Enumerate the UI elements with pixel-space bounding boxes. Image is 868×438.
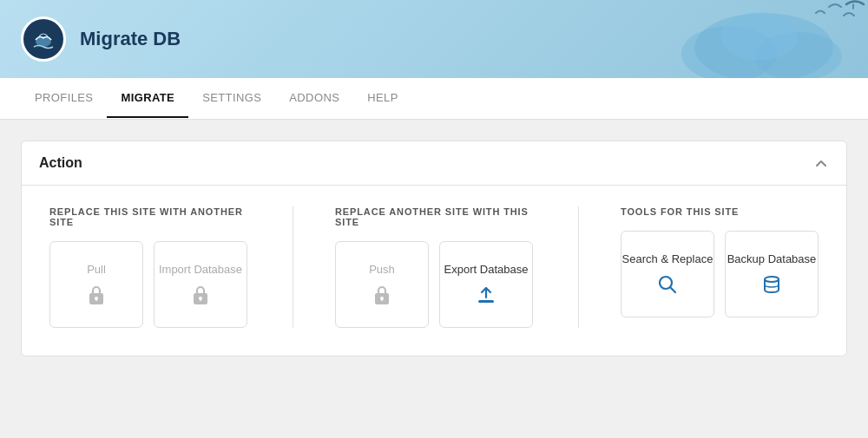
- app-title: Migrate DB: [80, 28, 181, 50]
- card-search-replace-label: Search & Replace: [622, 252, 713, 267]
- database-icon: [760, 273, 783, 296]
- lock-icon-push: [372, 284, 391, 306]
- card-import-database[interactable]: Import Database: [154, 241, 247, 328]
- card-import-label: Import Database: [159, 263, 242, 278]
- search-icon: [656, 273, 679, 296]
- app-header: Migrate DB: [0, 0, 868, 78]
- action-panel-title: Action: [39, 155, 82, 171]
- nav-item-addons[interactable]: ADDONS: [275, 79, 353, 118]
- group-title-replace-with-another: REPLACE THIS SITE WITH ANOTHER SITE: [49, 206, 251, 227]
- card-export-database[interactable]: Export Database: [439, 241, 533, 328]
- action-group-replace-with-another: REPLACE THIS SITE WITH ANOTHER SITE Pull: [49, 206, 251, 328]
- svg-rect-15: [478, 300, 494, 303]
- card-search-replace[interactable]: Search & Replace: [621, 231, 714, 317]
- svg-rect-11: [200, 298, 201, 301]
- action-group-replace-another: REPLACE ANOTHER SITE WITH THIS SITE Push: [335, 206, 536, 328]
- main-content: Action REPLACE THIS SITE WITH ANOTHER SI…: [0, 120, 868, 438]
- action-panel: Action REPLACE THIS SITE WITH ANOTHER SI…: [21, 141, 847, 356]
- card-backup-label: Backup Database: [727, 252, 817, 267]
- header-decoration: [521, 0, 868, 78]
- nav-item-settings[interactable]: SETTINGS: [188, 79, 275, 118]
- action-group-tools: TOOLS FOR THIS SITE Search & Replace Bac…: [621, 206, 819, 317]
- lock-icon: [87, 284, 106, 306]
- nav-item-profiles[interactable]: PROFILES: [21, 79, 107, 118]
- card-backup-database[interactable]: Backup Database: [725, 231, 819, 317]
- card-push[interactable]: Push: [335, 241, 429, 328]
- upload-icon: [475, 284, 497, 306]
- cards-tools: Search & Replace Backup Database: [621, 231, 819, 317]
- card-export-label: Export Database: [444, 263, 529, 278]
- svg-point-17: [765, 277, 779, 282]
- action-body: REPLACE THIS SITE WITH ANOTHER SITE Pull: [22, 186, 846, 356]
- nav-item-migrate[interactable]: MIGRATE: [107, 79, 188, 118]
- divider-2: [578, 206, 579, 328]
- svg-point-5: [720, 12, 799, 61]
- cards-replace-with-another: Pull Import Database: [49, 241, 251, 328]
- lock-icon-import: [191, 284, 210, 306]
- svg-point-2: [694, 13, 833, 78]
- svg-rect-14: [381, 298, 383, 301]
- divider-1: [293, 206, 293, 328]
- card-pull[interactable]: Pull: [49, 241, 143, 328]
- main-nav: PROFILES MIGRATE SETTINGS ADDONS HELP: [0, 78, 868, 120]
- app-logo: [21, 16, 66, 62]
- group-title-tools: TOOLS FOR THIS SITE: [621, 206, 819, 217]
- collapse-button[interactable]: [813, 155, 829, 171]
- svg-point-4: [755, 32, 842, 78]
- group-title-replace-another: REPLACE ANOTHER SITE WITH THIS SITE: [335, 206, 536, 227]
- svg-rect-8: [95, 298, 97, 301]
- card-pull-label: Pull: [87, 263, 106, 278]
- cards-replace-another: Push Export Database: [335, 241, 536, 328]
- nav-item-help[interactable]: HELP: [353, 79, 412, 118]
- action-panel-header: Action: [22, 141, 846, 186]
- svg-point-3: [681, 26, 777, 78]
- card-push-label: Push: [369, 263, 395, 278]
